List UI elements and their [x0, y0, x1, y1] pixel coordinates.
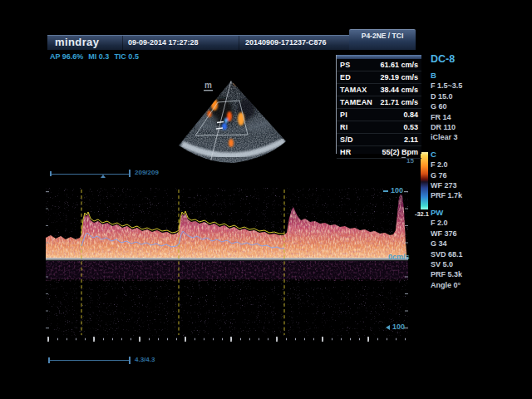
parameter-sidebar: DC-8 B F 1.5~3.5 D 15.0 G 60 FR 14 DR 11…: [431, 53, 489, 297]
exam-id-text: 20140909-171237-C876: [245, 38, 327, 47]
cine-track[interactable]: [48, 360, 130, 361]
velocity-scale-top: 100: [391, 186, 403, 195]
pw-mode-params: PW F 2.0 WF 376 G 34 SVD 68.1 SV 5.0 PRF…: [431, 208, 489, 290]
measure-value: 38.44 cm/s: [380, 86, 418, 94]
measure-value: 2.11: [404, 135, 418, 144]
param-line: iClear 3: [431, 132, 489, 142]
color-mode-title: C: [431, 150, 489, 160]
param-line: WF 273: [431, 180, 489, 190]
b-mode-title: B: [431, 71, 489, 81]
cine-start-tick: [48, 357, 50, 363]
measure-label: PS: [340, 61, 350, 69]
measure-label: S/D: [340, 135, 353, 144]
cine-end-tick: [129, 357, 131, 364]
cine-frame-counter: 209/209: [135, 169, 159, 176]
cine-end-tick: [129, 170, 131, 177]
param-line: F 1.5~3.5: [431, 81, 489, 91]
header-divider: [122, 36, 123, 50]
param-line: F 2.0: [431, 218, 489, 228]
acoustic-output-status: AP 96.6%MI 0.3TIC 0.5: [50, 52, 144, 61]
cine-start-tick: [50, 171, 52, 176]
tic-value: TIC 0.5: [114, 52, 139, 61]
measure-value: 21.71 cm/s: [380, 98, 418, 106]
cine-track[interactable]: [50, 174, 130, 175]
probe-mode-tab: P4-2NE / TCI: [349, 29, 416, 50]
axis-tick-dash: [383, 190, 388, 192]
param-line: WF 376: [431, 229, 489, 239]
param-line: SV 5.0: [431, 259, 489, 269]
cine-position-marker[interactable]: [101, 175, 106, 178]
param-line: DR 110: [431, 122, 489, 132]
measurement-row: S/D2.11: [337, 134, 421, 146]
measure-value: 55(2) Bpm: [382, 148, 418, 156]
measure-label: HR: [340, 148, 351, 156]
measurement-row: TAMAX38.44 cm/s: [337, 84, 421, 96]
sector-area: [160, 70, 301, 165]
spectral-doppler-display: [46, 185, 411, 347]
brand-logo: mindray: [55, 36, 99, 48]
b-mode-params: B F 1.5~3.5 D 15.0 G 60 FR 14 DR 110 iCl…: [431, 71, 489, 143]
time-scale: [47, 337, 408, 342]
measurement-row: HR55(2) Bpm: [337, 146, 421, 159]
cine-duration-counter: 4.3/4.3: [135, 356, 155, 363]
datetime-text: 09-09-2014 17:27:28: [128, 38, 199, 47]
measure-value: 29.19 cm/s: [380, 73, 418, 81]
doppler-baseline-shadow: [46, 259, 408, 260]
measurement-row: TAMEAN21.71 cm/s: [337, 96, 421, 109]
mi-value: MI 0.3: [88, 52, 109, 61]
measure-label: TAMAX: [340, 86, 367, 94]
velocity-scale-bottom: 100: [392, 323, 405, 331]
system-name: DC-8: [431, 53, 489, 65]
color-mode-params: C F 2.0 G 76 WF 273 PRF 1.7k: [431, 150, 489, 201]
param-line: FR 14: [431, 112, 489, 122]
param-line: G 76: [431, 170, 489, 180]
ultrasound-screen: mindray 09-09-2014 17:27:28 20140909-171…: [0, 0, 532, 399]
orientation-marker-underline: [204, 90, 213, 91]
measure-value: 0.53: [403, 123, 418, 131]
doppler-baseline: [46, 258, 408, 259]
measurement-results-panel: PS61.61 cm/s ED29.19 cm/s TAMAX38.44 cm/…: [336, 55, 421, 154]
baseline-label: 0cm/s: [388, 253, 410, 261]
param-line: Angle 0°: [431, 280, 489, 290]
pw-mode-title: PW: [431, 208, 489, 218]
param-line: G 60: [431, 101, 489, 111]
header-divider: [239, 36, 239, 50]
param-line: F 2.0: [431, 160, 489, 170]
measure-label: ED: [340, 73, 351, 81]
measure-value: 61.61 cm/s: [380, 61, 418, 69]
measure-label: TAMEAN: [340, 98, 372, 106]
color-velocity-bar: [421, 152, 428, 209]
param-line: PRF 1.7k: [431, 190, 489, 200]
param-line: G 34: [431, 239, 489, 249]
baseline-arrow-icon: [386, 325, 390, 330]
ap-value: AP 96.6%: [50, 52, 83, 61]
measurement-row: PI0.84: [337, 109, 421, 121]
param-line: PRF 5.3k: [431, 269, 489, 279]
measurement-row: ED29.19 cm/s: [337, 71, 421, 84]
param-line: D 15.0: [431, 91, 489, 101]
measurement-row: PS61.61 cm/s: [337, 59, 421, 71]
orientation-marker: m: [204, 81, 212, 90]
measure-label: PI: [340, 111, 347, 119]
measurement-row: RI0.53: [337, 121, 421, 134]
measure-label: RI: [340, 123, 347, 131]
b-mode-image: m: [160, 70, 301, 165]
param-line: SVD 68.1: [431, 249, 489, 259]
measure-value: 0.84: [403, 111, 418, 119]
